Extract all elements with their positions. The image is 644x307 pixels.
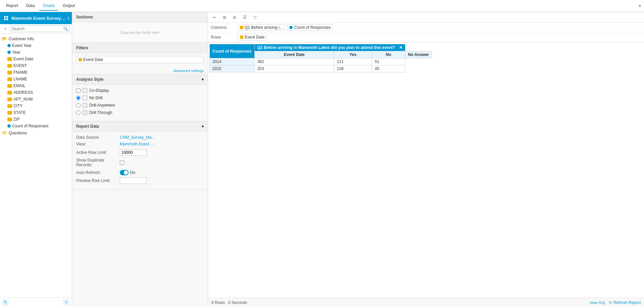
preview-row-limit-input[interactable] <box>120 177 147 184</box>
field-event-year[interactable]: Event Year <box>0 42 72 49</box>
yellow-square-icon <box>7 77 12 81</box>
co-display-label: Co-Display <box>89 88 109 93</box>
drag-zone[interactable]: Drag section fields here <box>72 22 208 43</box>
cell-2015-no-answer: 45 <box>372 65 405 72</box>
svg-line-5 <box>84 89 86 91</box>
field-fname[interactable]: FNAME <box>0 69 72 76</box>
q1-chip[interactable]: Q1 Before arriving i... <box>238 24 285 31</box>
report-table: Count of Responses Q1 Before arriving in… <box>209 44 432 72</box>
field-zip[interactable]: ZIP <box>0 116 72 123</box>
field-lname[interactable]: LNAME <box>0 76 72 82</box>
search-input[interactable] <box>12 26 63 31</box>
show-duplicate-checkbox[interactable] <box>120 161 124 165</box>
drill-through-radio[interactable] <box>76 111 81 115</box>
sidebar-grid-icon[interactable] <box>3 15 9 21</box>
analysis-style-panel: Analysis Style ▾ Co-Display No Drill <box>72 74 208 121</box>
drill-anywhere-radio[interactable] <box>76 103 81 108</box>
event-date-chip-icon <box>240 36 243 39</box>
yellow-square-icon <box>7 104 12 108</box>
refresh-report-button[interactable]: ↻ Refresh Report <box>609 300 641 305</box>
filters-panel: Filters Event Date Advanced settings <box>72 43 208 74</box>
add-button[interactable]: + <box>63 299 70 306</box>
data-source-row: Data Source: CRM_Survey_Ma... <box>76 135 204 140</box>
field-label: STATE <box>13 110 26 115</box>
undo-button[interactable]: ↩ <box>211 14 218 21</box>
cell-2015-yes: 253 <box>254 65 334 72</box>
count-header: Count of Responses <box>210 44 255 58</box>
folder-open-icon: 📂 <box>2 36 7 41</box>
grid-view-button[interactable]: ⊞ <box>221 14 228 21</box>
yellow-square-icon <box>7 91 12 95</box>
no-drill-row: No Drill <box>76 96 204 100</box>
filter-button[interactable]: ▽ <box>251 14 258 21</box>
tab-data[interactable]: Data <box>23 1 38 11</box>
table-row: 2014 392 111 51 <box>210 58 432 65</box>
toggle-box <box>120 170 129 175</box>
filter-event-date[interactable]: Event Date <box>76 56 204 63</box>
edit-button[interactable]: ✎ <box>2 299 9 306</box>
layout-button[interactable]: ⊟ <box>231 14 238 21</box>
field-event-date[interactable]: Event Date <box>0 56 72 62</box>
tab-report[interactable]: Report <box>3 1 21 11</box>
field-apt-num[interactable]: APT_NUM <box>0 96 72 103</box>
field-label: ADDRESS <box>13 90 33 95</box>
field-state[interactable]: STATE <box>0 109 72 116</box>
search-icon: 🔍 <box>63 26 68 31</box>
seconds: 0 Seconds <box>228 300 247 305</box>
no-drill-icon <box>83 96 87 100</box>
active-row-limit-input[interactable] <box>120 149 147 156</box>
report-data-body: Data Source: CRM_Survey_Ma... View: Mamm… <box>72 132 208 189</box>
columns-rows-area: Columns Q1 Before arriving i... Count of… <box>208 23 644 43</box>
yellow-square-icon <box>7 98 12 101</box>
cell-2015-no: 139 <box>334 65 372 72</box>
field-address[interactable]: ADDRESS <box>0 89 72 96</box>
list-button[interactable]: ☰ <box>241 14 248 21</box>
q1-chip-label: Q1 Before arriving i... <box>245 25 283 30</box>
left-sidebar: Mammoth Event Survey D... ℹ + 🔍 📂 Custom… <box>0 12 72 307</box>
analysis-style-header[interactable]: Analysis Style ▾ <box>72 74 208 85</box>
close-button[interactable]: × <box>638 3 641 9</box>
no-drill-label: No Drill <box>89 96 102 100</box>
report-data-panel: Report Data ▾ Data Source: CRM_Survey_Ma… <box>72 121 208 190</box>
field-email[interactable]: EMAIL <box>0 82 72 89</box>
drill-anywhere-icon <box>83 103 87 108</box>
add-field-button[interactable]: + <box>2 25 9 32</box>
tab-charts[interactable]: Charts <box>39 1 58 11</box>
auto-refresh-toggle[interactable]: On <box>120 170 135 175</box>
sidebar-content: 📂 Customer Info Event Year Year Event Da… <box>0 34 72 297</box>
field-label: ZIP <box>13 117 20 122</box>
event-date-chip[interactable]: Event Date <box>238 34 267 41</box>
blue-dot-icon <box>7 44 11 47</box>
report-data-header[interactable]: Report Data ▾ <box>72 121 208 132</box>
view-label: View: <box>76 142 120 146</box>
preview-row-limit-row: Preview Row Limit: <box>76 177 204 184</box>
no-drill-radio[interactable] <box>76 96 81 100</box>
svg-rect-6 <box>83 96 87 100</box>
yellow-square-icon <box>7 71 12 74</box>
field-year[interactable]: Year <box>0 49 72 56</box>
field-count-responses[interactable]: Count of Responses <box>0 123 72 129</box>
field-label: EVENT <box>13 63 27 68</box>
view-value: Mammoth Event .... <box>120 142 204 146</box>
report-table-area: Count of Responses Q1 Before arriving in… <box>208 43 644 298</box>
q1-close-btn[interactable]: ✕ <box>399 45 402 50</box>
no-subheader: No <box>372 51 405 58</box>
folder-questions[interactable]: 📁 Questions <box>0 129 72 136</box>
co-display-checkbox[interactable] <box>76 88 81 93</box>
advanced-settings-link[interactable]: Advanced settings <box>72 67 208 74</box>
report-data-collapse-icon: ▾ <box>202 124 204 129</box>
field-city[interactable]: CITY <box>0 103 72 109</box>
cell-2014-no: 111 <box>334 58 372 65</box>
count-chip[interactable]: Count of Responses <box>287 24 333 31</box>
co-display-icon <box>83 88 87 93</box>
columns-row: Columns Q1 Before arriving i... Count of… <box>208 23 644 33</box>
drill-through-row: Drill Through <box>76 110 204 115</box>
tab-output[interactable]: Output <box>59 1 78 11</box>
folder-customer-info[interactable]: 📂 Customer Info <box>0 35 72 42</box>
info-icon[interactable]: ℹ <box>67 16 69 21</box>
view-sql-link[interactable]: View SQL <box>590 301 606 305</box>
field-label: APT_NUM <box>13 97 33 102</box>
field-event[interactable]: EVENT <box>0 62 72 69</box>
row-chips: Event Date <box>238 34 267 41</box>
search-box: 🔍 <box>10 25 70 32</box>
